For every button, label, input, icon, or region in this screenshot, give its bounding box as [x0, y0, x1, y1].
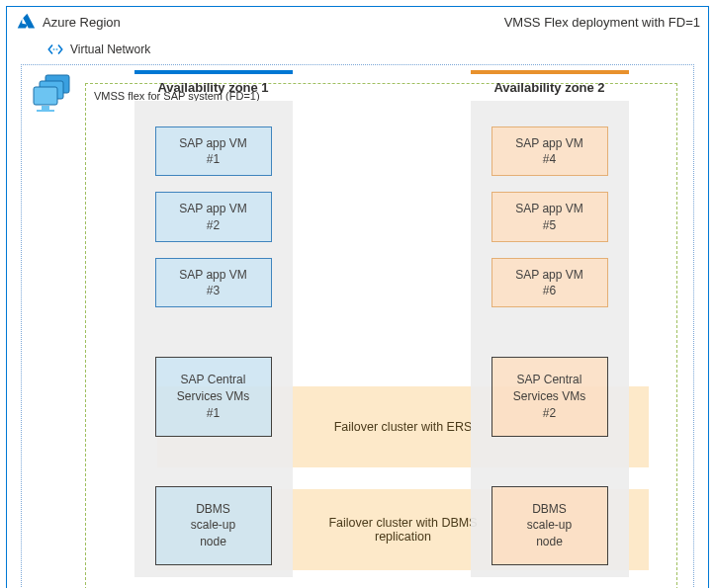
central-line2: Services VMs	[513, 389, 585, 403]
vm-number: #2	[207, 218, 220, 232]
vm-label: SAP app VM	[179, 268, 246, 282]
zone1-body: SAP app VM #1 SAP app VM #2 SAP app VM #…	[134, 101, 293, 577]
dbms-line3: node	[200, 535, 226, 548]
vnet-label-row: Virtual Network	[11, 39, 704, 64]
vnet-label-text: Virtual Network	[70, 42, 150, 56]
zone2-body: SAP app VM #4 SAP app VM #5 SAP app VM #…	[471, 101, 629, 577]
vmss-flex-box: VMSS flex for SAP system (FD=1) Failover…	[85, 83, 677, 588]
vm-number: #4	[543, 152, 556, 166]
dbms-line3: node	[536, 535, 563, 548]
central-line2: Services VMs	[177, 389, 249, 403]
azure-logo-icon	[15, 11, 37, 33]
top-bar: Azure Region VMSS Flex deployment with F…	[11, 11, 704, 39]
sap-app-vm-2: SAP app VM #2	[155, 192, 272, 241]
svg-rect-6	[37, 110, 54, 112]
azure-region-container: Azure Region VMSS Flex deployment with F…	[6, 6, 709, 588]
vm-number: #1	[207, 152, 220, 166]
vm-label: SAP app VM	[515, 136, 582, 150]
dbms-line2: scale-up	[191, 518, 235, 532]
sap-app-vm-6: SAP app VM #6	[492, 258, 608, 307]
dbms-node-1: DBMS scale-up node	[155, 486, 272, 565]
vm-label: SAP app VM	[515, 268, 582, 282]
region-title: Azure Region	[43, 15, 121, 30]
vm-stack-icon	[32, 73, 77, 113]
dbms-line1: DBMS	[196, 502, 230, 516]
vm-label: SAP app VM	[179, 136, 246, 150]
availability-zone-1: Availability zone 1 SAP app VM #1 SAP ap…	[134, 70, 293, 577]
sap-app-vm-3: SAP app VM #3	[155, 258, 272, 307]
dbms-line1: DBMS	[532, 502, 567, 516]
svg-rect-4	[34, 87, 57, 105]
vm-number: #3	[207, 284, 220, 297]
dbms-line2: scale-up	[527, 518, 572, 532]
deployment-subtitle: VMSS Flex deployment with FD=1	[504, 15, 700, 30]
zones-row: Availability zone 1 SAP app VM #1 SAP ap…	[92, 70, 670, 577]
sap-central-services-1: SAP Central Services VMs #1	[155, 357, 272, 436]
svg-rect-5	[42, 106, 49, 110]
central-line3: #1	[207, 406, 220, 420]
sap-app-vm-1: SAP app VM #1	[155, 126, 272, 176]
zone2-header: Availability zone 2	[471, 70, 629, 101]
central-line3: #2	[543, 406, 556, 420]
dbms-node-2: DBMS scale-up node	[492, 486, 608, 565]
region-title-group: Azure Region	[15, 11, 121, 33]
vm-number: #5	[543, 218, 556, 232]
vnet-icon	[46, 41, 64, 58]
vm-number: #6	[543, 284, 556, 297]
svg-point-1	[56, 48, 58, 50]
zone1-header: Availability zone 1	[134, 70, 293, 101]
sap-central-services-2: SAP Central Services VMs #2	[492, 357, 608, 436]
central-line1: SAP Central	[517, 373, 582, 386]
central-line1: SAP Central	[181, 373, 246, 386]
vm-label: SAP app VM	[515, 202, 582, 215]
virtual-network-box: VMSS flex for SAP system (FD=1) Failover…	[21, 64, 694, 588]
vm-label: SAP app VM	[179, 202, 246, 215]
svg-point-0	[53, 48, 55, 50]
sap-app-vm-4: SAP app VM #4	[492, 126, 608, 176]
sap-app-vm-5: SAP app VM #5	[492, 192, 608, 241]
availability-zone-2: Availability zone 2 SAP app VM #4 SAP ap…	[471, 70, 629, 577]
